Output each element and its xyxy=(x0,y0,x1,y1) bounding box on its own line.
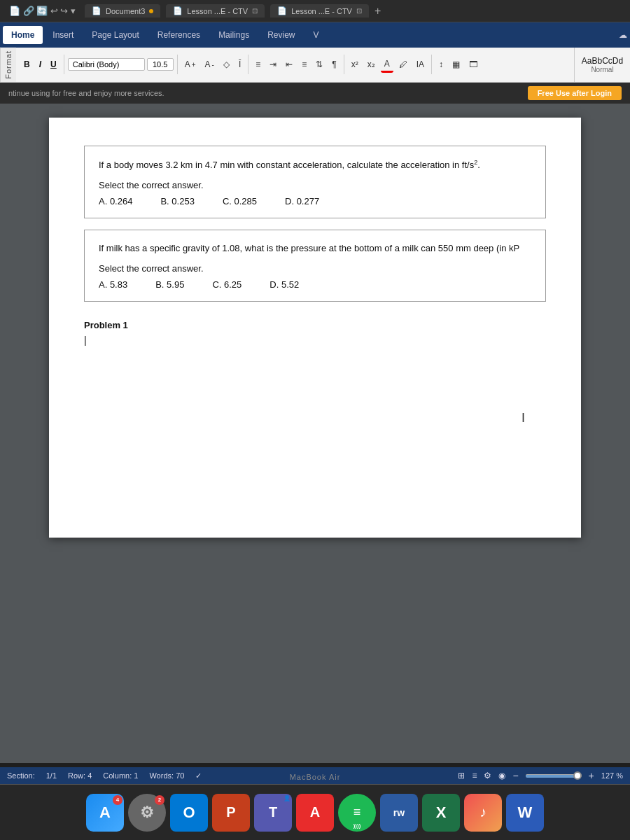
separator2 xyxy=(177,55,178,74)
zoom-minus[interactable]: − xyxy=(512,770,518,781)
macbook-label: MacBook Air xyxy=(290,773,341,781)
shading-button[interactable]: 🗖 xyxy=(465,57,481,71)
words-info: Words: 70 xyxy=(149,771,184,780)
superscript-button[interactable]: x² xyxy=(348,57,362,71)
dock-acrobat[interactable]: A xyxy=(296,794,334,832)
dock-appstore[interactable]: A 4 xyxy=(86,794,124,832)
fontcolor-button[interactable]: A xyxy=(381,57,393,73)
cursor-line[interactable]: | xyxy=(84,335,546,346)
title-bar: 📄 🔗 🔄 ↩ ↪ ▾ 📄 Document3 📄 Lesson ...E - … xyxy=(0,0,630,22)
font-grow-button[interactable]: A+ xyxy=(181,57,200,71)
font-size-input[interactable] xyxy=(147,58,174,71)
italic-button[interactable]: I xyxy=(36,57,45,71)
separator1 xyxy=(64,55,64,74)
text-highlight-button[interactable]: Ī xyxy=(235,57,244,71)
zoom-percent: 127 % xyxy=(601,771,623,780)
dock-music[interactable]: ♪ xyxy=(464,794,502,832)
sort-button[interactable]: ⇅ xyxy=(312,57,326,71)
q2-option-a: A. 5.83 xyxy=(99,279,127,290)
tab-page-layout[interactable]: Page Layout xyxy=(83,26,147,44)
zoom-plus[interactable]: + xyxy=(589,770,594,781)
question-block-2: If milk has a specific gravity of 1.08, … xyxy=(84,230,546,302)
bold-button[interactable]: B xyxy=(20,57,34,71)
tab-insert[interactable]: Insert xyxy=(44,26,82,44)
zoom-slider[interactable] xyxy=(526,774,582,777)
dock-rw[interactable]: rw xyxy=(380,794,418,832)
dock-spotify[interactable]: ≡ )))) xyxy=(338,794,376,832)
tab-references[interactable]: References xyxy=(149,26,209,44)
tab-review[interactable]: Review xyxy=(259,26,303,44)
q2-option-d: D. 5.52 xyxy=(270,279,299,290)
dock-settings[interactable]: ⚙ 2 xyxy=(128,794,166,832)
font-ia-button[interactable]: IA xyxy=(413,57,428,71)
border-button[interactable]: ▦ xyxy=(449,57,463,71)
title-bar-icons: 📄 🔗 🔄 ↩ ↪ ▾ xyxy=(6,4,79,18)
read-icon[interactable]: ≡ xyxy=(472,771,477,780)
separator4 xyxy=(344,55,344,74)
dock-powerpoint[interactable]: P xyxy=(212,794,250,832)
title-tabs: 📄 🔗 🔄 ↩ ↪ ▾ 📄 Document3 📄 Lesson ...E - … xyxy=(6,4,624,18)
indent-button[interactable]: ⇥ xyxy=(266,57,280,71)
unsaved-dot xyxy=(149,9,153,13)
list-button[interactable]: ≡ xyxy=(252,57,264,71)
tab-lesson1[interactable]: 📄 Lesson ...E - CTV ⊡ xyxy=(166,4,265,18)
new-tab-button[interactable]: + xyxy=(374,5,381,18)
font-shrink-button[interactable]: A- xyxy=(202,57,218,71)
layout-icon[interactable]: ⊞ xyxy=(458,771,465,780)
tab-mailings[interactable]: Mailings xyxy=(210,26,258,44)
section-value: 1/1 xyxy=(46,771,57,780)
align-button[interactable]: ≡ xyxy=(298,57,310,71)
q1-option-b: B. 0.253 xyxy=(160,196,194,206)
question-block-1: If a body moves 3.2 km in 4.7 min with c… xyxy=(84,146,546,218)
tab-lesson1-label: Lesson ...E - CTV xyxy=(187,7,248,15)
toolbar-main: B I U A+ A- ◇ Ī ≡ ⇥ ⇤ ≡ ⇅ ¶ x² x₂ A 🖊 IA… xyxy=(16,48,574,82)
styles-area: AaBbCcDd Normal xyxy=(574,48,630,82)
tab-lesson2[interactable]: 📄 Lesson ...E - CTV ⊡ xyxy=(270,4,369,18)
page: If a body moves 3.2 km in 4.7 min with c… xyxy=(49,118,581,538)
format-label: Format xyxy=(0,48,16,82)
dock-excel[interactable]: X xyxy=(422,794,460,832)
para-marks-button[interactable]: ¶ xyxy=(328,57,340,71)
settings-badge: 2 xyxy=(155,795,164,805)
q1-option-a: A. 0.264 xyxy=(99,196,132,206)
free-use-button[interactable]: Free Use after Login xyxy=(528,86,622,100)
row-info: Row: 4 xyxy=(68,771,92,780)
tab-lesson1-icon: 📄 xyxy=(173,6,183,15)
dock-teams[interactable]: T 👤 xyxy=(254,794,292,832)
font-name-input[interactable] xyxy=(68,58,145,71)
q2-option-b: B. 5.95 xyxy=(155,279,184,290)
ribbon-toolbar-row: Format B I U A+ A- ◇ Ī ≡ ⇥ ⇤ ≡ ⇅ ¶ x² x₂… xyxy=(0,48,630,83)
column-info: Column: 1 xyxy=(103,771,138,780)
dock-outlook[interactable]: O xyxy=(170,794,208,832)
dock-word[interactable]: W xyxy=(506,794,544,832)
style-name-label: AaBbCcDd xyxy=(582,56,623,66)
tab-home[interactable]: Home xyxy=(3,26,43,44)
eye-icon[interactable]: ◉ xyxy=(498,771,505,780)
text-effects-button[interactable]: ◇ xyxy=(220,57,233,71)
problem-label: Problem 1 xyxy=(84,320,546,330)
status-right: ⊞ ≡ ⚙ ◉ − + 127 % xyxy=(458,770,623,781)
question-2-select: Select the correct answer. xyxy=(99,263,531,274)
ribbon-tabs: Home Insert Page Layout References Maili… xyxy=(0,22,630,48)
document-area: If a body moves 3.2 km in 4.7 min with c… xyxy=(0,104,630,763)
underline-button[interactable]: U xyxy=(47,57,60,71)
tab-v[interactable]: V xyxy=(305,26,328,44)
outdent-button[interactable]: ⇤ xyxy=(282,57,296,71)
dock: A 4 ⚙ 2 O P T 👤 A ≡ )))) rw X ♪ W xyxy=(0,784,630,840)
tab-document3[interactable]: 📄 Document3 xyxy=(85,4,160,18)
question-1-options: A. 0.264 B. 0.253 C. 0.285 D. 0.277 xyxy=(99,196,531,206)
subscript-button[interactable]: x₂ xyxy=(364,57,379,71)
question-2-text: If milk has a specific gravity of 1.08, … xyxy=(99,241,531,256)
settings-icon[interactable]: ⚙ xyxy=(484,771,491,780)
tab-lesson1-layout: ⊡ xyxy=(252,7,258,15)
highlight-button[interactable]: 🖊 xyxy=(396,57,411,71)
notification-text: ntinue using for free and enjoy more ser… xyxy=(8,89,521,97)
tab-lesson2-icon: 📄 xyxy=(277,6,287,15)
style-sub-label: Normal xyxy=(591,66,613,74)
more-options[interactable]: ☁ xyxy=(619,30,627,40)
line-spacing-button[interactable]: ↕ xyxy=(435,57,447,71)
q1-option-c: C. 0.285 xyxy=(223,196,257,206)
question-1-text: If a body moves 3.2 km in 4.7 min with c… xyxy=(99,158,531,173)
question-2-options: A. 5.83 B. 5.95 C. 6.25 D. 5.52 xyxy=(99,279,531,290)
separator5 xyxy=(431,55,432,74)
